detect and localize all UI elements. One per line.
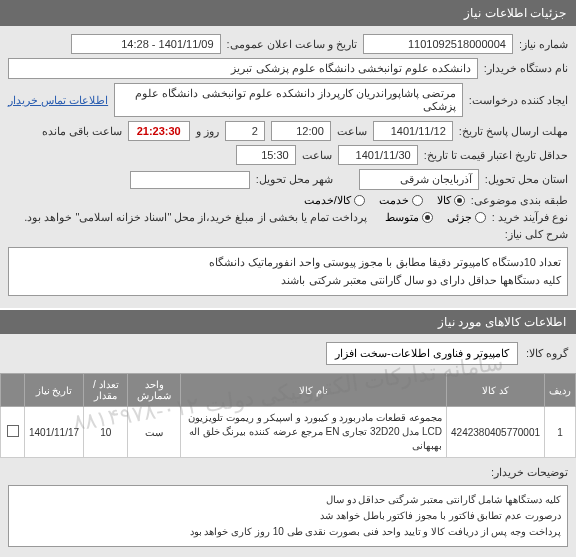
announce-field: 1401/11/09 - 14:28 <box>71 34 221 54</box>
remain-label: ساعت باقی مانده <box>42 125 122 138</box>
form-section: شماره نیاز: 1101092518000004 تاریخ و ساع… <box>0 26 576 308</box>
send-time-field: 12:00 <box>271 121 331 141</box>
th-unit: واحد شمارش <box>128 374 181 407</box>
th-name: نام کالا <box>180 374 446 407</box>
goods-table: ردیف کد کالا نام کالا واحد شمارش تعداد /… <box>0 373 576 458</box>
table-row: 1 4242380405770001 مجموعه قطعات مادربورد… <box>1 407 576 458</box>
creator-label: ایجاد کننده درخواست: <box>469 94 568 107</box>
payment-note: پرداخت تمام یا بخشی از مبلغ خرید،از محل … <box>24 211 367 224</box>
city-field <box>130 171 250 189</box>
radio-mid-label: متوسط <box>385 211 419 224</box>
th-date: تاریخ نیاز <box>25 374 84 407</box>
radio-low[interactable] <box>475 212 486 223</box>
notes-section: توضیحات خریدار: کلیه دستگاهها شامل گاران… <box>0 458 576 557</box>
send-date-field: 1401/11/12 <box>373 121 453 141</box>
goods-section-title: اطلاعات کالاهای مورد نیاز <box>0 310 576 334</box>
buyer-contact-link[interactable]: اطلاعات تماس خریدار <box>8 94 108 107</box>
valid-date-label: حداقل تاریخ اعتبار قیمت تا تاریخ: <box>424 149 568 162</box>
need-number-field: 1101092518000004 <box>363 34 513 54</box>
cell-unit: ست <box>128 407 181 458</box>
creator-field: مرتضی پاشاپوراندریان کارپرداز دانشکده عل… <box>114 83 463 117</box>
th-qty: تعداد / مقدار <box>84 374 128 407</box>
province-field: آذربایجان شرقی <box>359 169 479 190</box>
cell-idx: 1 <box>545 407 576 458</box>
radio-mid[interactable] <box>422 212 433 223</box>
th-idx: ردیف <box>545 374 576 407</box>
radio-service[interactable] <box>412 195 423 206</box>
radio-low-label: جزئی <box>447 211 472 224</box>
group-label: گروه کالا: <box>526 347 568 360</box>
desc-field: تعداد 10دستگاه کامپیوتر دقیقا مطابق با م… <box>8 247 568 296</box>
process-label: نوع فرآیند خرید : <box>492 211 568 224</box>
buyer-label: نام دستگاه خریدار: <box>484 62 568 75</box>
time-label-1: ساعت <box>337 125 367 138</box>
cell-name: مجموعه قطعات مادربورد و کیبورد و اسپیکر … <box>180 407 446 458</box>
process-radio-group: جزئی متوسط <box>385 211 486 224</box>
city-label: شهر محل تحویل: <box>256 173 333 186</box>
buyer-field: دانشکده علوم توانبخشی دانشگاه علوم پزشکی… <box>8 58 478 79</box>
days-field: 2 <box>225 121 265 141</box>
radio-both[interactable] <box>354 195 365 206</box>
province-label: استان محل تحویل: <box>485 173 568 186</box>
radio-both-label: کالا/خدمت <box>304 194 351 207</box>
cell-code: 4242380405770001 <box>447 407 545 458</box>
time-label-2: ساعت <box>302 149 332 162</box>
radio-goods[interactable] <box>454 195 465 206</box>
category-radio-group: کالا خدمت کالا/خدمت <box>304 194 465 207</box>
announce-label: تاریخ و ساعت اعلان عمومی: <box>227 38 357 51</box>
goods-group-row: گروه کالا: کامپیوتر و فناوری اطلاعات-سخت… <box>0 334 576 373</box>
cell-qty: 10 <box>84 407 128 458</box>
need-number-label: شماره نیاز: <box>519 38 568 51</box>
notes-label: توضیحات خریدار: <box>491 466 568 479</box>
send-deadline-label: مهلت ارسال پاسخ تاریخ: <box>459 125 568 138</box>
page-title: جزئیات اطلاعات نیاز <box>464 6 566 20</box>
row-checkbox[interactable] <box>7 425 19 437</box>
radio-service-label: خدمت <box>379 194 409 207</box>
day-label: روز و <box>196 125 219 138</box>
notes-field: کلیه دستگاهها شامل گارانتی معتبر شرگتی ح… <box>8 485 568 547</box>
valid-time-field: 15:30 <box>236 145 296 165</box>
radio-goods-label: کالا <box>437 194 451 207</box>
cell-date: 1401/11/17 <box>25 407 84 458</box>
page-header: جزئیات اطلاعات نیاز <box>0 0 576 26</box>
desc-label: شرح کلی نیاز: <box>505 228 568 241</box>
countdown-timer: 21:23:30 <box>128 121 190 141</box>
group-field: کامپیوتر و فناوری اطلاعات-سخت افزار <box>326 342 518 365</box>
th-check <box>1 374 25 407</box>
valid-date-field: 1401/11/30 <box>338 145 418 165</box>
category-label: طبقه بندی موضوعی: <box>471 194 568 207</box>
th-code: کد کالا <box>447 374 545 407</box>
